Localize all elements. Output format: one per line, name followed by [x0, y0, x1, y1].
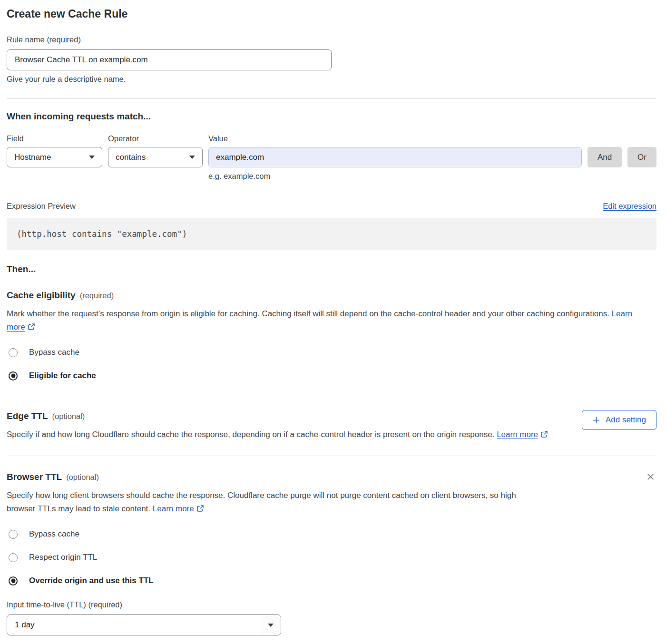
radio-label[interactable]: Bypass cache [29, 529, 79, 539]
caret-down-icon [268, 624, 274, 627]
edge-ttl-title-group: Edge TTL(optional) Specify if and how lo… [7, 411, 548, 441]
expression-code: (http.host contains "example.com") [7, 218, 656, 250]
browser-ttl-title: Browser TTL [7, 472, 62, 482]
rule-name-label: Rule name (required) [7, 35, 656, 44]
cache-eligibility-title-group: Cache eligibility(required) [7, 290, 114, 301]
external-link-icon [196, 505, 204, 512]
browser-ttl-header: Browser TTL(optional) Specify how long c… [7, 472, 656, 516]
close-icon [646, 472, 656, 482]
browser-ttl-title-group: Browser TTL(optional) Specify how long c… [7, 472, 528, 516]
radio-option-bypass-cache: Bypass cache [7, 348, 656, 357]
edge-ttl-header: Edge TTL(optional) Specify if and how lo… [7, 411, 656, 441]
field-select-value: Hostname [14, 153, 51, 162]
radio-button[interactable] [9, 553, 18, 562]
value-input[interactable] [208, 147, 582, 167]
radio-option-browser-bypass-cache: Bypass cache [7, 529, 656, 539]
radio-label[interactable]: Override origin and use this TTL [29, 576, 154, 585]
radio-button[interactable] [9, 348, 18, 357]
edge-ttl-title: Edge TTL [7, 411, 48, 421]
add-setting-button[interactable]: Add setting [582, 410, 656, 430]
edit-expression-link[interactable]: Edit expression [603, 202, 656, 211]
browser-ttl-qualifier: (optional) [66, 473, 99, 481]
match-builder: Field Operator Value Hostname contains A… [7, 134, 656, 181]
external-link-icon [28, 323, 35, 331]
remove-browser-ttl-button[interactable] [645, 471, 656, 484]
operator-select[interactable]: contains [108, 147, 203, 167]
external-link-icon [540, 430, 548, 438]
divider [7, 395, 656, 395]
browser-ttl-description-text: Specify how long client browsers should … [7, 491, 516, 513]
radio-button-checked[interactable] [9, 371, 18, 381]
ttl-select-arrow[interactable] [260, 615, 281, 635]
divider [7, 456, 656, 456]
page-title: Create new Cache Rule [7, 8, 656, 20]
edge-ttl-qualifier: (optional) [52, 412, 85, 420]
edge-ttl-description: Specify if and how long Cloudflare shoul… [7, 428, 548, 441]
and-button[interactable]: And [588, 147, 622, 167]
caret-down-icon [89, 156, 95, 159]
browser-ttl-description: Specify how long client browsers should … [7, 489, 528, 516]
browser-ttl-learn-more-link[interactable]: Learn more [153, 504, 194, 513]
rule-name-helper: Give your rule a descriptive name. [7, 75, 656, 84]
operator-select-value: contains [116, 153, 146, 162]
expression-preview-header: Expression Preview Edit expression [7, 202, 656, 211]
cache-eligibility-header: Cache eligibility(required) [7, 290, 656, 301]
edge-ttl-learn-more-link[interactable]: Learn more [497, 430, 538, 439]
cache-eligibility-description-text: Mark whether the request’s response from… [7, 309, 609, 318]
caret-down-icon [189, 156, 195, 159]
then-heading: Then... [7, 264, 656, 274]
ttl-select[interactable]: 1 day [7, 615, 281, 635]
field-label: Field [7, 134, 102, 143]
operator-label: Operator [108, 134, 203, 143]
expression-preview-label: Expression Preview [7, 202, 76, 211]
radio-label[interactable]: Respect origin TTL [29, 553, 97, 562]
value-label: Value [208, 134, 582, 143]
cache-eligibility-description: Mark whether the request’s response from… [7, 307, 649, 334]
divider [7, 98, 656, 98]
or-button[interactable]: Or [627, 147, 656, 167]
radio-button-checked[interactable] [9, 576, 18, 585]
radio-option-respect-origin-ttl: Respect origin TTL [7, 553, 656, 562]
value-helper: e.g. example.com [208, 172, 582, 181]
rule-name-section: Rule name (required) Give your rule a de… [7, 35, 656, 84]
cache-eligibility-qualifier: (required) [80, 291, 114, 300]
match-heading: When incoming requests match... [7, 111, 656, 122]
radio-label[interactable]: Eligible for cache [29, 371, 96, 381]
plus-icon [592, 416, 600, 424]
ttl-input-label: Input time-to-live (TTL) (required) [7, 600, 656, 609]
radio-option-override-origin-ttl: Override origin and use this TTL [7, 576, 656, 585]
radio-label[interactable]: Bypass cache [29, 348, 79, 357]
radio-option-eligible-for-cache: Eligible for cache [7, 371, 656, 381]
radio-button[interactable] [9, 530, 18, 539]
ttl-select-value: 1 day [7, 615, 260, 635]
field-select[interactable]: Hostname [7, 147, 102, 167]
add-setting-label: Add setting [606, 415, 646, 425]
rule-name-input[interactable] [7, 49, 332, 70]
cache-eligibility-title: Cache eligibility [7, 290, 76, 300]
edge-ttl-description-text: Specify if and how long Cloudflare shoul… [7, 430, 494, 439]
